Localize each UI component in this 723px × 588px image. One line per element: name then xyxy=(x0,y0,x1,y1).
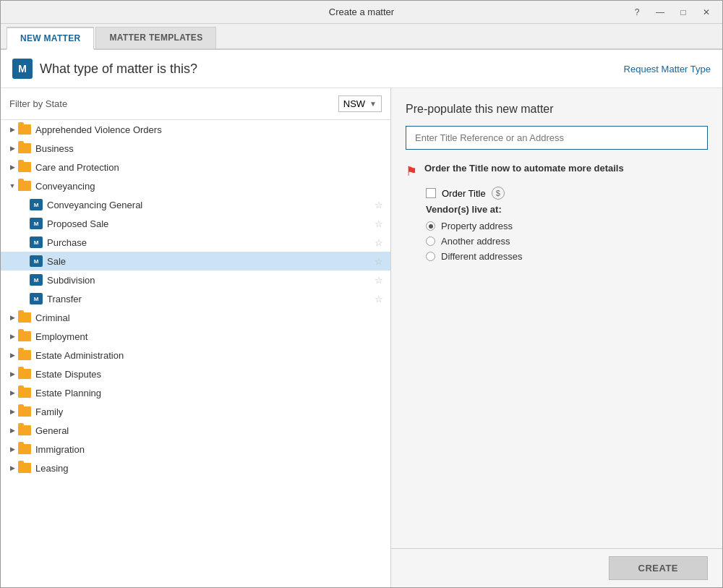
tree-label-estate-disputes: Estate Disputes xyxy=(35,369,385,380)
tree-label-care: Care and Protection xyxy=(35,162,385,173)
flag-icon: ⚑ xyxy=(406,163,417,179)
filter-bar: Filter by State NSW ▼ xyxy=(1,88,390,120)
star-icon-subdivision[interactable]: ☆ xyxy=(373,274,385,286)
radio-item-different-addresses[interactable]: Different addresses xyxy=(426,251,708,262)
tree-toggle-leasing[interactable]: ▶ xyxy=(7,462,18,474)
order-title-section: ⚑ Order the Title now to automate more d… xyxy=(406,163,708,262)
window-controls: ? — □ ✕ xyxy=(627,1,716,24)
tree-area[interactable]: ▶ Apprehended Violence Orders ▶ Business… xyxy=(1,120,390,587)
create-button[interactable]: CREATE xyxy=(609,556,708,580)
dollar-badge-icon: $ xyxy=(492,187,505,200)
tree-item-family[interactable]: ▶ Family xyxy=(1,402,390,421)
matter-type-title: What type of matter is this? xyxy=(40,61,197,77)
tree-item-leasing[interactable]: ▶ Leasing xyxy=(1,459,390,477)
window-title: Create a matter xyxy=(329,7,394,17)
dollar-sign: $ xyxy=(496,189,500,197)
folder-icon-estate-planning xyxy=(18,388,31,398)
tree-spacer-subdivision xyxy=(18,274,30,286)
request-matter-type-link[interactable]: Request Matter Type xyxy=(624,64,711,74)
folder-icon-criminal xyxy=(18,312,31,323)
tree-item-subdivision[interactable]: M Subdivision ☆ xyxy=(1,270,390,289)
title-reference-input[interactable] xyxy=(406,126,708,150)
tree-spacer-proposed xyxy=(18,218,30,229)
tree-toggle-estate-planning[interactable]: ▶ xyxy=(7,387,18,399)
radio-property-address[interactable] xyxy=(426,221,435,231)
dropdown-arrow-icon: ▼ xyxy=(369,100,377,108)
tree-label-conv-general: Conveyancing General xyxy=(47,200,373,210)
order-title-checkbox[interactable] xyxy=(426,188,436,198)
tree-item-proposed-sale[interactable]: M Proposed Sale ☆ xyxy=(1,214,390,233)
title-bar: Create a matter ? — □ ✕ xyxy=(1,1,722,24)
tree-label-business: Business xyxy=(35,143,385,154)
radio-different-addresses[interactable] xyxy=(426,252,435,261)
tree-label-conveyancing: Conveyancing xyxy=(35,181,385,192)
tree-item-conv-general[interactable]: M Conveyancing General ☆ xyxy=(1,195,390,214)
folder-icon-general xyxy=(18,425,31,435)
tree-item-apprehended[interactable]: ▶ Apprehended Violence Orders xyxy=(1,120,390,139)
tree-toggle-general[interactable]: ▶ xyxy=(7,425,18,436)
tree-toggle-apprehended[interactable]: ▶ xyxy=(7,124,18,135)
radio-item-another-address[interactable]: Another address xyxy=(426,236,708,247)
tree-toggle-criminal[interactable]: ▶ xyxy=(7,312,18,323)
tree-item-care[interactable]: ▶ Care and Protection xyxy=(1,158,390,176)
radio-another-address[interactable] xyxy=(426,237,435,246)
tree-toggle-estate-disputes[interactable]: ▶ xyxy=(7,368,18,380)
state-dropdown[interactable]: NSW ▼ xyxy=(338,95,382,112)
radio-label-different-addresses: Different addresses xyxy=(441,251,523,262)
tree-label-proposed-sale: Proposed Sale xyxy=(47,218,373,229)
tree-item-general[interactable]: ▶ General xyxy=(1,421,390,440)
tree-label-leasing: Leasing xyxy=(35,463,385,474)
tree-item-estate-admin[interactable]: ▶ Estate Administration xyxy=(1,346,390,365)
tree-toggle-care[interactable]: ▶ xyxy=(7,161,18,173)
tree-item-estate-planning[interactable]: ▶ Estate Planning xyxy=(1,383,390,402)
folder-icon-family xyxy=(18,406,31,417)
star-icon-purchase[interactable]: ☆ xyxy=(373,237,385,248)
main-split: Filter by State NSW ▼ ▶ Apprehended Viol… xyxy=(1,88,722,587)
tree-toggle-conveyancing[interactable]: ▼ xyxy=(7,180,18,192)
tree-toggle-employment[interactable]: ▶ xyxy=(7,331,18,342)
star-icon-proposed-sale[interactable]: ☆ xyxy=(373,218,385,229)
tab-matter-templates[interactable]: MATTER TEMPLATES xyxy=(95,27,216,48)
tab-new-matter[interactable]: NEW MATTER xyxy=(7,27,94,50)
folder-icon-estate-disputes xyxy=(18,369,31,379)
tree-label-family: Family xyxy=(35,406,385,417)
vendors-label: Vendor(s) live at: xyxy=(426,204,708,215)
matter-icon-subdivision: M xyxy=(30,274,43,286)
tree-toggle-estate-admin[interactable]: ▶ xyxy=(7,349,18,361)
tree-toggle-business[interactable]: ▶ xyxy=(7,142,18,154)
tree-label-criminal: Criminal xyxy=(35,312,385,323)
tree-toggle-immigration[interactable]: ▶ xyxy=(7,443,18,455)
tree-item-business[interactable]: ▶ Business xyxy=(1,139,390,158)
tree-item-employment[interactable]: ▶ Employment xyxy=(1,327,390,346)
state-value: NSW xyxy=(343,98,365,109)
tree-item-sale[interactable]: M Sale ☆ xyxy=(1,252,390,270)
matter-icon-letter: M xyxy=(18,63,27,74)
folder-icon-employment xyxy=(18,331,31,341)
tree-spacer-sale xyxy=(18,255,30,267)
folder-icon-immigration xyxy=(18,444,31,454)
minimize-button[interactable]: — xyxy=(650,4,670,21)
tree-label-purchase: Purchase xyxy=(47,237,373,248)
matter-type-icon: M xyxy=(12,59,33,79)
tree-item-transfer[interactable]: M Transfer ☆ xyxy=(1,289,390,308)
close-button[interactable]: ✕ xyxy=(696,4,716,21)
tree-label-apprehended: Apprehended Violence Orders xyxy=(35,124,385,135)
maximize-button[interactable]: □ xyxy=(673,4,693,21)
radio-item-property-address[interactable]: Property address xyxy=(426,221,708,231)
tree-label-estate-admin: Estate Administration xyxy=(35,350,385,361)
folder-icon-apprehended xyxy=(18,124,31,135)
help-button[interactable]: ? xyxy=(627,4,647,21)
star-icon-transfer[interactable]: ☆ xyxy=(373,293,385,304)
tree-item-estate-disputes[interactable]: ▶ Estate Disputes xyxy=(1,365,390,383)
matter-type-left: M What type of matter is this? xyxy=(12,59,197,79)
tree-item-conveyancing[interactable]: ▼ Conveyancing xyxy=(1,176,390,195)
star-icon-sale[interactable]: ☆ xyxy=(373,255,385,267)
folder-icon-leasing xyxy=(18,463,31,473)
tree-spacer-purchase xyxy=(18,237,30,248)
star-icon-conv-general[interactable]: ☆ xyxy=(373,199,385,210)
tree-item-immigration[interactable]: ▶ Immigration xyxy=(1,440,390,459)
tree-toggle-family[interactable]: ▶ xyxy=(7,406,18,417)
tree-spacer-conv-general xyxy=(18,199,30,210)
tree-item-purchase[interactable]: M Purchase ☆ xyxy=(1,233,390,252)
tree-item-criminal[interactable]: ▶ Criminal xyxy=(1,308,390,327)
